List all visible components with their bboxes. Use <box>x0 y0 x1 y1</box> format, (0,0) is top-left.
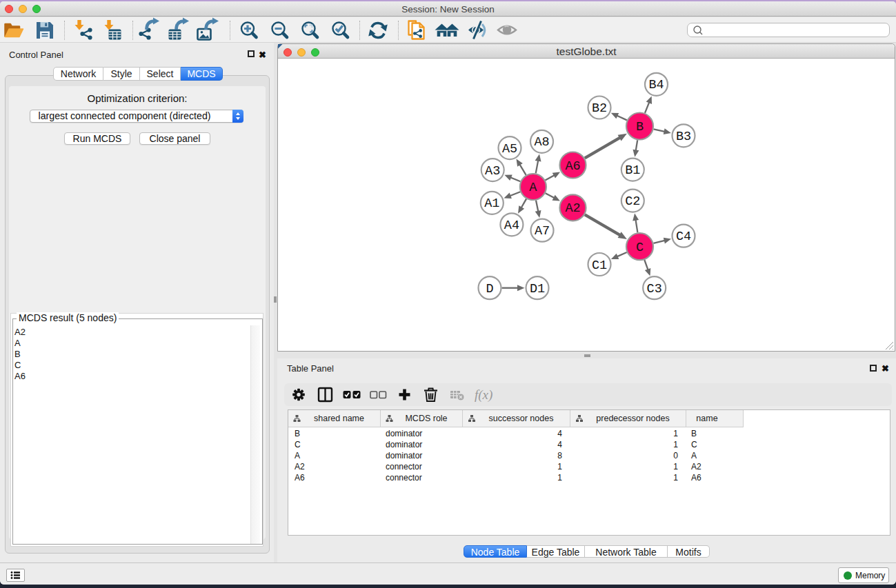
svg-text:C: C <box>636 241 644 255</box>
svg-text:B3: B3 <box>676 130 691 144</box>
svg-text:A7: A7 <box>535 224 550 239</box>
svg-text:A5: A5 <box>502 142 517 156</box>
svg-text:B4: B4 <box>648 78 664 92</box>
svg-text:C4: C4 <box>676 230 691 244</box>
svg-text:D1: D1 <box>530 282 545 296</box>
svg-text:A4: A4 <box>504 219 519 233</box>
svg-text:B: B <box>636 120 644 134</box>
svg-text:A1: A1 <box>484 196 499 211</box>
svg-text:C2: C2 <box>625 194 640 209</box>
svg-text:A3: A3 <box>485 164 500 179</box>
svg-text:D: D <box>486 282 493 296</box>
svg-text:A6: A6 <box>565 159 580 174</box>
svg-text:A2: A2 <box>565 201 580 216</box>
svg-text:B1: B1 <box>625 163 640 178</box>
svg-text:C1: C1 <box>592 258 607 273</box>
svg-text:A8: A8 <box>534 135 549 150</box>
svg-text:B2: B2 <box>592 101 607 116</box>
svg-text:f(x): f(x) <box>475 387 492 403</box>
svg-text:C3: C3 <box>647 282 662 296</box>
svg-text:A: A <box>529 181 537 195</box>
